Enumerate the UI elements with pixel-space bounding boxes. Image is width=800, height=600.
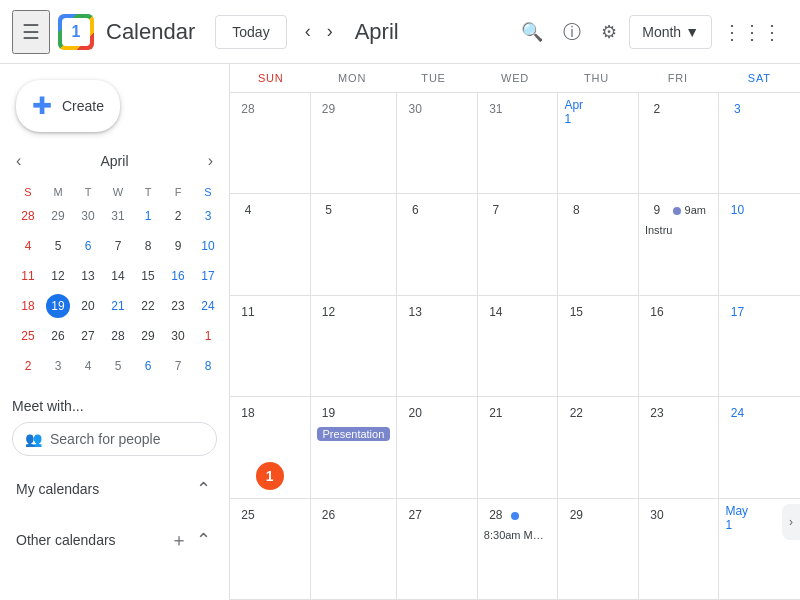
cal-cell-apr17[interactable]: 17 xyxy=(719,296,800,397)
mini-date-cell[interactable]: 1 xyxy=(134,202,162,230)
mini-date-cell[interactable]: 29 xyxy=(134,322,162,350)
cal-cell-apr12[interactable]: 12 xyxy=(311,296,398,397)
mini-date-cell[interactable]: 30 xyxy=(164,322,192,350)
cal-cell-apr28[interactable]: 28 8:30am M… xyxy=(478,499,559,600)
mini-date-cell[interactable]: 2 xyxy=(14,352,42,380)
cal-cell-apr7[interactable]: 7 xyxy=(478,194,559,295)
google-apps-button[interactable]: ⋮⋮⋮ xyxy=(716,14,788,50)
date-number: 29 xyxy=(317,97,341,121)
mini-date-cell[interactable]: 2 xyxy=(164,202,192,230)
cal-cell-apr4[interactable]: 4 xyxy=(230,194,311,295)
cal-cell-apr14[interactable]: 14 xyxy=(478,296,559,397)
mini-date-cell[interactable]: 1 xyxy=(194,322,222,350)
mini-date-cell[interactable]: 7 xyxy=(164,352,192,380)
mini-date-cell[interactable]: 11 xyxy=(14,262,42,290)
cal-cell-apr9[interactable]: 9 9am Instru xyxy=(639,194,720,295)
cal-cell-apr8[interactable]: 8 xyxy=(558,194,639,295)
mini-date-cell[interactable]: 26 xyxy=(44,322,72,350)
mini-date-cell[interactable]: 29 xyxy=(44,202,72,230)
cal-cell-mar30[interactable]: 30 xyxy=(397,93,478,194)
cal-cell-apr3[interactable]: 3 xyxy=(719,93,800,194)
cal-cell-apr13[interactable]: 13 xyxy=(397,296,478,397)
cal-cell-apr24[interactable]: 24 xyxy=(719,397,800,498)
today-button[interactable]: Today xyxy=(215,15,286,49)
mini-date-cell[interactable]: 10 xyxy=(194,232,222,260)
cal-cell-apr23[interactable]: 23 xyxy=(639,397,720,498)
mini-date-cell[interactable]: 14 xyxy=(104,262,132,290)
mini-next-month[interactable]: › xyxy=(204,148,217,174)
cal-cell-apr27[interactable]: 27 xyxy=(397,499,478,600)
cal-cell-apr25[interactable]: 25 xyxy=(230,499,311,600)
next-month-button[interactable]: › xyxy=(321,15,339,48)
mini-date-cell[interactable]: 13 xyxy=(74,262,102,290)
mini-date-cell[interactable]: 21 xyxy=(104,292,132,320)
mini-date-cell[interactable]: 7 xyxy=(104,232,132,260)
cal-cell-mar29[interactable]: 29 xyxy=(311,93,398,194)
mini-prev-month[interactable]: ‹ xyxy=(12,148,25,174)
mini-date-cell[interactable]: 30 xyxy=(74,202,102,230)
cal-cell-apr6[interactable]: 6 xyxy=(397,194,478,295)
mini-date-cell[interactable]: 3 xyxy=(44,352,72,380)
cal-cell-mar31[interactable]: 31 xyxy=(478,93,559,194)
mini-date-cell[interactable]: 6 xyxy=(74,232,102,260)
other-calendars-collapse[interactable]: ⌃ xyxy=(194,527,213,553)
mini-date-cell[interactable]: 17 xyxy=(194,262,222,290)
view-selector[interactable]: Month ▼ xyxy=(629,15,712,49)
other-calendars-add[interactable]: ＋ xyxy=(168,526,190,554)
cal-cell-apr19[interactable]: 19 Presentation xyxy=(311,397,398,498)
my-calendars-collapse[interactable]: ⌃ xyxy=(194,476,213,502)
my-calendars-header[interactable]: My calendars ⌃ xyxy=(0,468,229,510)
menu-button[interactable]: ☰ xyxy=(12,10,50,54)
create-button[interactable]: ✚ Create xyxy=(16,80,120,132)
mini-date-cell[interactable]: 23 xyxy=(164,292,192,320)
mini-date-cell[interactable]: 18 xyxy=(14,292,42,320)
mini-date-cell[interactable]: 22 xyxy=(134,292,162,320)
mini-date-cell[interactable]: 28 xyxy=(14,202,42,230)
cal-cell-mar28[interactable]: 28 xyxy=(230,93,311,194)
settings-button[interactable]: ⚙ xyxy=(593,13,625,51)
mini-date-cell[interactable]: 19 xyxy=(44,292,72,320)
cal-cell-apr30[interactable]: 30 xyxy=(639,499,720,600)
cal-cell-apr16[interactable]: 16 xyxy=(639,296,720,397)
date-number: 11 xyxy=(236,300,260,324)
mini-date-cell[interactable]: 20 xyxy=(74,292,102,320)
cal-cell-apr15[interactable]: 15 xyxy=(558,296,639,397)
cal-cell-apr22[interactable]: 22 xyxy=(558,397,639,498)
cal-cell-apr10[interactable]: 10 xyxy=(719,194,800,295)
mini-date-cell[interactable]: 27 xyxy=(74,322,102,350)
scroll-indicator[interactable]: › xyxy=(782,504,800,540)
prev-month-button[interactable]: ‹ xyxy=(299,15,317,48)
cal-cell-apr18[interactable]: 18 1 xyxy=(230,397,311,498)
mini-date-cell[interactable]: 8 xyxy=(134,232,162,260)
mini-date-cell[interactable]: 25 xyxy=(14,322,42,350)
cal-cell-apr29[interactable]: 29 xyxy=(558,499,639,600)
mini-date-cell[interactable]: 24 xyxy=(194,292,222,320)
cal-cell-apr21[interactable]: 21 xyxy=(478,397,559,498)
mini-date-cell[interactable]: 8 xyxy=(194,352,222,380)
notification-badge[interactable]: 1 xyxy=(256,462,284,490)
mini-date-cell[interactable]: 5 xyxy=(104,352,132,380)
mini-date-cell[interactable]: 16 xyxy=(164,262,192,290)
meet-section: Meet with... 👥 Search for people xyxy=(0,390,229,464)
cal-cell-apr20[interactable]: 20 xyxy=(397,397,478,498)
cal-cell-apr11[interactable]: 11 xyxy=(230,296,311,397)
mini-date-cell[interactable]: 4 xyxy=(74,352,102,380)
help-button[interactable]: ⓘ xyxy=(555,12,589,52)
event-presentation[interactable]: Presentation xyxy=(317,427,391,441)
mini-date-cell[interactable]: 9 xyxy=(164,232,192,260)
search-button[interactable]: 🔍 xyxy=(513,13,551,51)
mini-date-cell[interactable]: 15 xyxy=(134,262,162,290)
cal-cell-apr5[interactable]: 5 xyxy=(311,194,398,295)
mini-date-cell[interactable]: 12 xyxy=(44,262,72,290)
mini-date-cell[interactable]: 3 xyxy=(194,202,222,230)
cal-cell-apr1[interactable]: Apr 1 xyxy=(558,93,639,194)
mini-date-cell[interactable]: 31 xyxy=(104,202,132,230)
mini-date-cell[interactable]: 6 xyxy=(134,352,162,380)
mini-date-cell[interactable]: 4 xyxy=(14,232,42,260)
mini-date-cell[interactable]: 5 xyxy=(44,232,72,260)
mini-date-cell[interactable]: 28 xyxy=(104,322,132,350)
search-people-button[interactable]: 👥 Search for people xyxy=(12,422,217,456)
other-calendars-header[interactable]: Other calendars ＋ ⌃ xyxy=(0,518,229,562)
cal-cell-apr26[interactable]: 26 xyxy=(311,499,398,600)
cal-cell-apr2[interactable]: 2 xyxy=(639,93,720,194)
